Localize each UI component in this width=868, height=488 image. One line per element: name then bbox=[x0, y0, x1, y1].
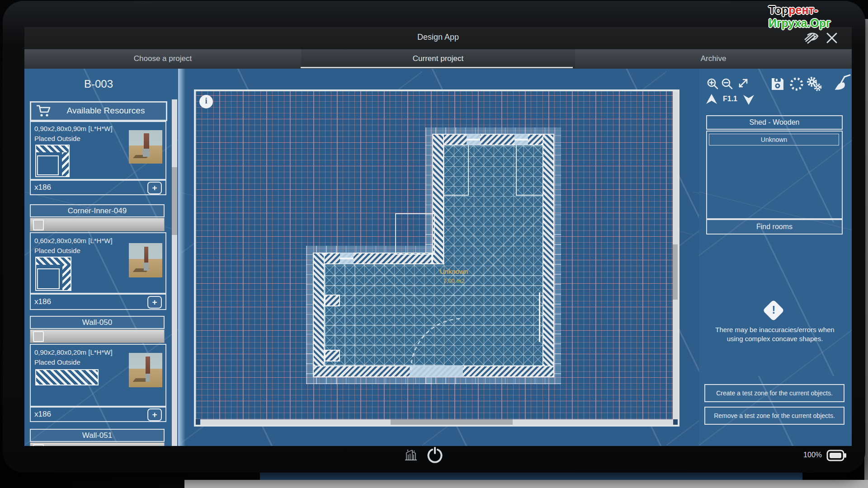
save-icon[interactable] bbox=[769, 76, 786, 92]
resource-select-bar bbox=[30, 442, 165, 446]
resource-dimensions: 0,90x2,80x0,90m [L*H*W] bbox=[34, 125, 113, 132]
resource-count: x186 bbox=[34, 297, 51, 306]
resource-placement: Placed Outside bbox=[34, 247, 80, 254]
window-marker-line bbox=[539, 292, 540, 342]
canvas-edge-highlight bbox=[178, 69, 185, 446]
blueprint-canvas[interactable]: Unknown 7,00 m2 i bbox=[194, 89, 679, 427]
screenshot-root: { "watermark": { "part1": "Тор", "part2"… bbox=[0, 0, 868, 488]
available-resources-label: Available Resources bbox=[49, 106, 162, 116]
resource-preview-image bbox=[129, 353, 162, 387]
close-window-icon[interactable] bbox=[825, 31, 839, 45]
canvas-hscrollbar-thumb[interactable] bbox=[391, 419, 513, 425]
clear-broom-icon[interactable] bbox=[835, 74, 852, 92]
desk-surface-blue bbox=[260, 473, 802, 480]
wall-stub[interactable] bbox=[325, 350, 340, 361]
warning-text: There may be inaccuracies/errors when us… bbox=[708, 325, 842, 343]
resource-card[interactable]: 0,60x2,80x0,60m [L*H*W] Placed Outside bbox=[30, 232, 166, 294]
add-resource-button[interactable]: + bbox=[147, 408, 162, 421]
resource-count: x186 bbox=[34, 183, 51, 192]
window-opening[interactable] bbox=[514, 134, 528, 145]
project-code-label: B-003 bbox=[31, 78, 166, 90]
canvas-vscrollbar-thumb[interactable] bbox=[673, 244, 678, 300]
resource-count-bar: x186 + bbox=[30, 180, 166, 195]
settings-gears-icon[interactable] bbox=[806, 76, 823, 93]
sidebar-scrollbar-thumb[interactable] bbox=[172, 167, 177, 235]
watermark-part-2: рент- bbox=[788, 4, 818, 16]
resource-card[interactable]: 0,90x2,80x0,90m [L*H*W] Placed Outside bbox=[30, 121, 166, 180]
wall-wing-left[interactable] bbox=[313, 253, 325, 377]
resource-count-bar: x186 + bbox=[30, 407, 166, 422]
partition-line bbox=[444, 195, 469, 196]
site-watermark: Торрент-Игруха.Орг bbox=[769, 4, 865, 20]
zoom-out-icon[interactable] bbox=[721, 78, 734, 91]
fit-view-icon[interactable] bbox=[735, 76, 750, 91]
corner-outer-shape-icon bbox=[35, 145, 70, 177]
floor-up-icon[interactable] bbox=[705, 93, 718, 105]
tablet-frame: 100% Design App Choose a bbox=[3, 1, 865, 473]
floor-down-icon[interactable] bbox=[742, 94, 755, 106]
watermark-part-3: Игруха.Орг bbox=[769, 17, 830, 29]
watermark-part-1: Тор bbox=[769, 4, 788, 16]
resources-sidebar: B-003 Available Resources 0,90x2,80x0,90… bbox=[24, 69, 178, 446]
zoom-in-icon[interactable] bbox=[706, 78, 720, 91]
door-swing-arc bbox=[410, 317, 464, 371]
partition-line bbox=[516, 195, 543, 196]
create-test-zone-button[interactable]: Create a test zone for the current objec… bbox=[704, 384, 844, 402]
rooms-list-box: Unknown bbox=[706, 131, 843, 219]
power-button-icon[interactable] bbox=[426, 446, 444, 464]
resource-select-bar bbox=[30, 329, 165, 343]
resource-checkbox[interactable] bbox=[33, 444, 44, 446]
resource-count: x186 bbox=[34, 410, 51, 419]
floor-level-label: F1.1 bbox=[720, 95, 741, 103]
construction-mode-icon[interactable] bbox=[403, 447, 419, 463]
resource-checkbox[interactable] bbox=[33, 220, 44, 230]
room-list-item-unknown[interactable]: Unknown bbox=[709, 134, 839, 145]
info-icon[interactable]: i bbox=[199, 95, 213, 108]
partition-line bbox=[516, 145, 517, 195]
resource-card[interactable]: 0,90x2,80x0,20m [L*H*W] Placed Outside bbox=[30, 344, 166, 407]
resource-card-title: Corner-Inner-049 bbox=[30, 204, 165, 217]
wall-stub[interactable] bbox=[325, 295, 340, 306]
battery-icon bbox=[826, 449, 847, 462]
tab-choose-a-project[interactable]: Choose a project bbox=[24, 49, 301, 68]
resource-dimensions: 0,60x2,80x0,60m [L*H*W] bbox=[34, 237, 113, 244]
resource-placement: Placed Outside bbox=[34, 358, 80, 366]
canvas-scroll-corner bbox=[196, 419, 200, 425]
room-name-label: Unknown bbox=[418, 267, 490, 275]
app-title: Design App bbox=[24, 33, 852, 42]
window-opening[interactable] bbox=[340, 253, 354, 264]
hide-window-icon[interactable] bbox=[803, 32, 821, 45]
wall-right[interactable] bbox=[542, 134, 554, 377]
resource-card-title: Wall-050 bbox=[30, 316, 165, 329]
add-resource-button[interactable]: + bbox=[147, 182, 162, 194]
wall-shape-icon bbox=[35, 369, 99, 385]
resource-placement: Placed Outside bbox=[34, 135, 80, 142]
loading-spinner-icon bbox=[788, 76, 805, 92]
resource-select-bar bbox=[30, 218, 165, 231]
design-app-window: Design App Choose a project Current proj… bbox=[24, 27, 852, 446]
cart-icon bbox=[36, 104, 51, 118]
corner-inner-shape-icon bbox=[35, 257, 71, 291]
resource-count-bar: x186 + bbox=[30, 294, 166, 310]
resource-card-title: Wall-051 bbox=[30, 429, 165, 442]
tab-archive[interactable]: Archive bbox=[575, 49, 852, 68]
window-opening[interactable] bbox=[467, 134, 480, 145]
building-type-header: Shed - Wooden bbox=[706, 115, 843, 130]
resource-dimensions: 0,90x2,80x0,20m [L*H*W] bbox=[34, 348, 113, 356]
remove-test-zone-button[interactable]: Remove a test zone for the current objec… bbox=[704, 407, 844, 425]
resource-preview-image bbox=[129, 243, 162, 277]
canvas-scroll-corner bbox=[673, 419, 678, 425]
find-rooms-button[interactable]: Find rooms bbox=[706, 219, 843, 235]
wall-top[interactable] bbox=[432, 134, 554, 145]
sidebar-scrollbar-track[interactable] bbox=[172, 99, 177, 446]
desk-surface-grey bbox=[184, 480, 868, 488]
tab-current-project[interactable]: Current project bbox=[301, 49, 575, 68]
available-resources-header: Available Resources bbox=[30, 101, 167, 121]
room-boundary-outline bbox=[395, 213, 435, 255]
partition-line bbox=[468, 145, 469, 195]
active-tab-underline bbox=[301, 67, 573, 68]
resource-checkbox[interactable] bbox=[33, 331, 44, 342]
resource-preview-image bbox=[129, 130, 162, 164]
add-resource-button[interactable]: + bbox=[147, 296, 162, 309]
battery-percent-label: 100% bbox=[786, 451, 822, 459]
